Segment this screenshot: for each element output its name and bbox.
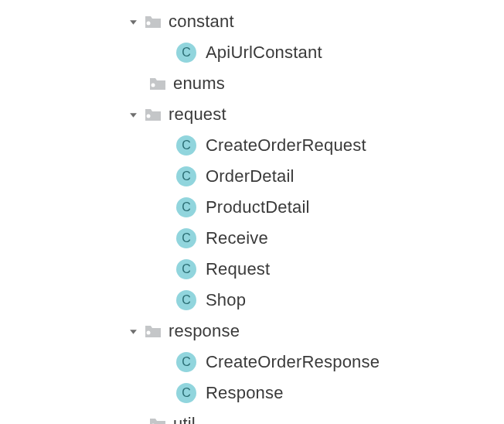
chevron-down-icon [127, 15, 139, 28]
class-icon: C [176, 166, 196, 186]
tree-item-label: com.github.neatlife [141, 0, 286, 1]
tree-item-label: response [169, 321, 240, 341]
tree-item-request[interactable]: request [0, 99, 504, 130]
class-icon: C [176, 43, 196, 63]
package-tree: com.github.neatlife constant C ApiUrlCon… [0, 0, 504, 424]
tree-item-label: CreateOrderRequest [206, 135, 366, 156]
tree-item-class[interactable]: C ApiUrlConstant [0, 37, 504, 68]
tree-item-label: request [169, 104, 226, 125]
class-icon: C [176, 290, 196, 310]
package-icon [148, 416, 167, 424]
tree-item-label: ProductDetail [206, 197, 310, 217]
tree-item-label: ApiUrlConstant [206, 43, 322, 63]
tree-item-enums[interactable]: enums [0, 68, 504, 99]
tree-item-label: Response [206, 383, 284, 403]
package-icon [148, 76, 167, 91]
tree-item-constant[interactable]: constant [0, 6, 504, 37]
tree-item-label: Shop [206, 290, 246, 310]
tree-item-label: Request [206, 259, 270, 279]
tree-item-class[interactable]: C CreateOrderResponse [0, 347, 504, 378]
tree-item-class[interactable]: C Shop [0, 285, 504, 316]
package-icon [144, 107, 162, 122]
tree-item-class[interactable]: C OrderDetail [0, 161, 504, 192]
tree-item-root[interactable]: com.github.neatlife [0, 0, 286, 6]
tree-item-response[interactable]: response [0, 316, 504, 347]
tree-item-class[interactable]: C Receive [0, 223, 504, 254]
class-icon: C [176, 228, 196, 248]
tree-item-label: CreateOrderResponse [206, 352, 380, 372]
class-icon: C [176, 197, 196, 217]
tree-item-class[interactable]: C ProductDetail [0, 192, 504, 223]
tree-item-util[interactable]: util [0, 409, 504, 424]
chevron-down-icon [127, 108, 139, 121]
class-icon: C [176, 135, 196, 156]
tree-item-class[interactable]: C Request [0, 254, 504, 285]
tree-item-label: OrderDetail [206, 166, 295, 186]
tree-item-label: Receive [206, 228, 268, 248]
class-icon: C [176, 259, 196, 279]
package-icon [144, 14, 162, 29]
tree-item-label: util [173, 414, 196, 424]
class-icon: C [176, 383, 196, 403]
tree-item-class[interactable]: C CreateOrderRequest [0, 130, 504, 161]
chevron-down-icon [127, 325, 139, 337]
tree-item-label: enums [173, 74, 225, 94]
class-icon: C [176, 352, 196, 372]
package-icon [144, 323, 162, 339]
tree-item-class[interactable]: C Response [0, 378, 504, 409]
tree-item-label: constant [169, 12, 234, 32]
